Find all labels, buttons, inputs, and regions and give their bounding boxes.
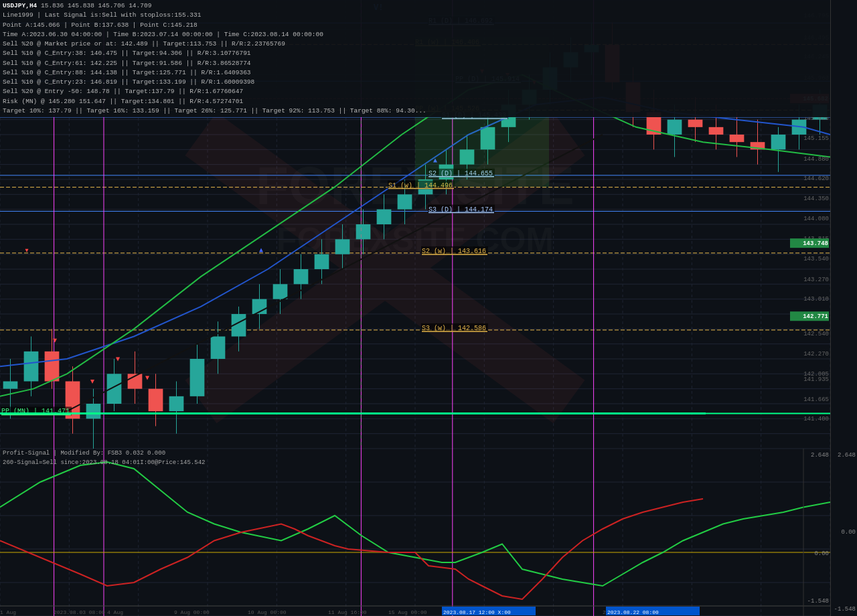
indicator-axis: 2.648 0.00 -1.548 — [830, 449, 857, 616]
chart-symbol: USDJPY,H4 — [3, 2, 37, 9]
info-line-7: Sell %10 @ C_Entry:88: 144.138 || Target… — [3, 68, 828, 78]
indicator-zero: 0.00 — [841, 529, 856, 536]
info-line-9: Sell %20 @ Entry -50: 148.78 || Target:1… — [3, 87, 828, 96]
chart-info-panel: USDJPY,H4 15.836 145.838 145.706 14.709 … — [0, 0, 830, 117]
indicator-signal: 260-Signal=Sell since:2023.08.18 04:01I:… — [3, 459, 205, 466]
indicator-upper: 2.648 — [838, 452, 856, 459]
indicator-canvas — [0, 449, 830, 616]
info-line-3: Time A:2023.06.30 04:00:00 | Time B:2023… — [3, 30, 828, 40]
price-axis — [830, 0, 857, 449]
indicator-lower: -1.548 — [834, 606, 856, 613]
info-line-1: Line1999 | Last Signal is:Sell with stop… — [3, 11, 828, 20]
info-line-11: Target 10%: 137.79 || Target 16%: 133.15… — [3, 106, 828, 116]
info-line-8: Sell %10 @ C_Entry:23: 146.819 || Target… — [3, 78, 828, 87]
info-line-4: Sell %20 @ Market price or at: 142.489 |… — [3, 40, 828, 49]
info-line-2: Point A:145.066 | Point B:137.638 | Poin… — [3, 21, 828, 30]
info-line-5: Sell %10 @ C_Entry:38: 140.475 || Target… — [3, 49, 828, 58]
ohlc-values: 15.836 145.838 145.706 14.709 — [41, 2, 151, 9]
info-line-6: Sell %10 @ C_Entry:61: 142.225 || Target… — [3, 59, 828, 68]
symbol-line: USDJPY,H4 15.836 145.838 145.706 14.709 — [3, 1, 828, 11]
indicator-title: Profit-Signal | Modified By: FSB3 0.032 … — [3, 450, 165, 457]
chart-container: USDJPY,H4 15.836 145.838 145.706 14.709 … — [0, 0, 857, 616]
info-line-10: Risk (MN) @ 145.280 151.647 || Target:13… — [3, 97, 828, 106]
